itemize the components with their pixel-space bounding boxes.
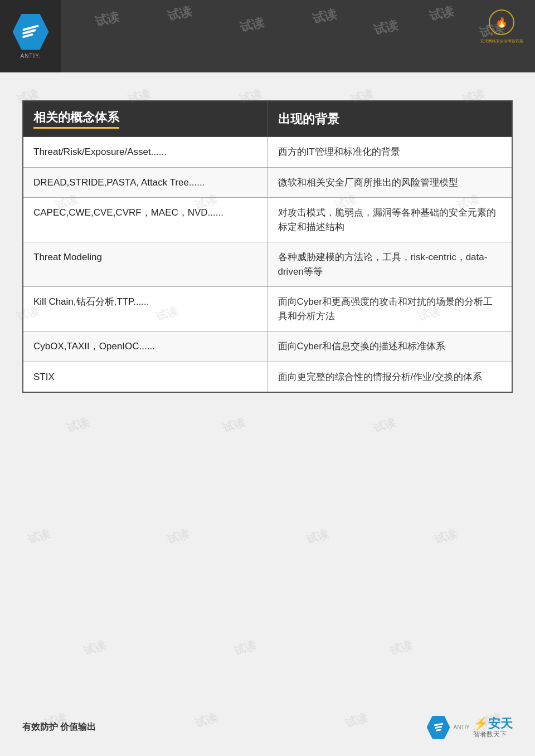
header-watermark-6: 试读 [427, 3, 455, 25]
footer-brand-label: ANTIY [454, 724, 470, 730]
concept-table: 相关的概念体系 出现的背景 Threat/Risk/Exposure/Asset… [22, 100, 513, 393]
header-watermark-5: 试读 [372, 17, 400, 39]
table-cell-right-6: 面向更完整的综合性的情报分析/作业/交换的体系 [268, 362, 512, 392]
logo-text: ANTIY. [21, 53, 41, 59]
header-watermark-area: 试读 试读 试读 试读 试读 试读 试读 🔥 安天网络安全令牌首四届 [61, 0, 535, 72]
watermark: 试读 [305, 526, 331, 548]
footer-left-text: 有效防护 价值输出 [22, 721, 96, 733]
footer: 有效防护 价值输出 ANTIY ⚡安天 智者数天下 [0, 715, 535, 739]
col2-header-text: 出现的背景 [278, 112, 339, 126]
footer-logo: ANTIY ⚡安天 智者数天下 [427, 715, 513, 739]
table-row: CAPEC,CWE,CVE,CVRF，MAEC，NVD......对攻击模式，脆… [23, 198, 512, 242]
table-row: STIX面向更完整的综合性的情报分析/作业/交换的体系 [23, 362, 512, 392]
table-cell-left-4: Kill Chain,钻石分析,TTP...... [23, 287, 268, 331]
table-cell-right-2: 对攻击模式，脆弱点，漏洞等各种基础的安全元素的标定和描述结构 [268, 198, 512, 242]
logo-hexagon [13, 14, 49, 50]
table-cell-left-1: DREAD,STRIDE,PASTA, Attack Tree...... [23, 167, 268, 198]
table-row: Threat/Risk/Exposure/Asset......西方的IT管理和… [23, 137, 512, 168]
table-cell-left-3: Threat Modeling [23, 242, 268, 287]
table-cell-right-1: 微软和相关安全厂商所推出的风险管理模型 [268, 167, 512, 198]
table-row: Threat Modeling各种威胁建模的方法论，工具，risk-centri… [23, 242, 512, 287]
top-right-logo: 🔥 安天网络安全令牌首四届 [471, 3, 532, 47]
table-cell-left-0: Threat/Risk/Exposure/Asset...... [23, 137, 268, 168]
col1-header-text: 相关的概念体系 [33, 109, 119, 129]
col1-header: 相关的概念体系 [23, 101, 268, 137]
watermark: 试读 [372, 414, 398, 436]
watermark: 试读 [232, 637, 259, 659]
table-cell-right-4: 面向Cyber和更高强度的攻击和对抗的场景的分析工具和分析方法 [268, 287, 512, 331]
table-cell-right-3: 各种威胁建模的方法论，工具，risk-centric，data-driven等等 [268, 242, 512, 287]
header-watermark-3: 试读 [238, 14, 266, 36]
header: ANTIY. 试读 试读 试读 试读 试读 试读 试读 🔥 安天网络安全令牌首四… [0, 0, 535, 72]
watermark: 试读 [26, 526, 52, 548]
footer-hexagon-icon [427, 716, 450, 739]
table-row: CybOX,TAXII，OpenIOC......面向Cyber和信息交换的描述… [23, 331, 512, 362]
table-cell-left-5: CybOX,TAXII，OpenIOC...... [23, 331, 268, 362]
watermark: 试读 [388, 637, 415, 659]
logo-lines [22, 27, 39, 37]
logo-box: ANTIY. [0, 0, 61, 72]
table-cell-right-5: 面向Cyber和信息交换的描述和标准体系 [268, 331, 512, 362]
table-cell-left-2: CAPEC,CWE,CVE,CVRF，MAEC，NVD...... [23, 198, 268, 242]
table-row: DREAD,STRIDE,PASTA, Attack Tree......微软和… [23, 167, 512, 198]
table-cell-right-0: 西方的IT管理和标准化的背景 [268, 137, 512, 168]
emblem-svg: 🔥 [482, 7, 521, 37]
svg-text:🔥: 🔥 [495, 16, 508, 28]
watermark: 试读 [221, 414, 247, 436]
header-watermark-4: 试读 [310, 6, 338, 28]
col2-header: 出现的背景 [268, 101, 512, 137]
watermark: 试读 [433, 526, 459, 548]
header-watermark-2: 试读 [166, 3, 193, 25]
footer-logo-subtitle: 智者数天下 [473, 730, 513, 739]
watermark: 试读 [82, 637, 108, 659]
watermark: 试读 [166, 526, 192, 548]
table-row: Kill Chain,钻石分析,TTP......面向Cyber和更高强度的攻击… [23, 287, 512, 331]
emblem-caption: 安天网络安全令牌首四届 [480, 38, 523, 44]
header-watermark-1: 试读 [93, 8, 121, 31]
watermark: 试读 [65, 414, 91, 436]
table-cell-left-6: STIX [23, 362, 268, 392]
main-content: 相关的概念体系 出现的背景 Threat/Risk/Exposure/Asset… [0, 72, 535, 409]
